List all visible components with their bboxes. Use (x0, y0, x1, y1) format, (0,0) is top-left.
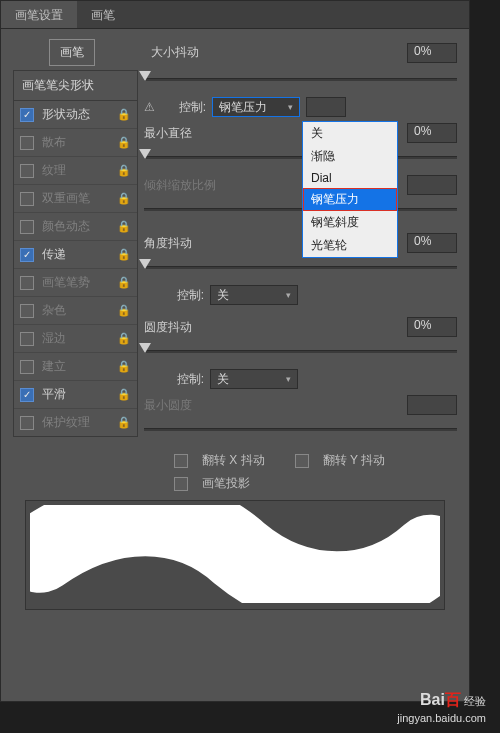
warning-icon: ⚠ (144, 100, 160, 114)
sidebar-item-noise[interactable]: 杂色🔒 (14, 297, 137, 325)
sidebar-item-wet-edges[interactable]: 湿边🔒 (14, 325, 137, 353)
dropdown-item-dial[interactable]: Dial (303, 168, 397, 188)
size-jitter-value[interactable]: 0% (407, 43, 457, 63)
lock-icon[interactable]: 🔒 (117, 164, 131, 177)
dropdown-item-off[interactable]: 关 (303, 122, 397, 145)
chevron-down-icon: ▾ (286, 290, 291, 300)
flip-x-checkbox[interactable] (174, 454, 188, 468)
angle-jitter-label: 角度抖动 (144, 235, 228, 252)
chevron-down-icon: ▾ (286, 374, 291, 384)
checkbox[interactable] (20, 136, 34, 150)
brush-preview (25, 500, 445, 610)
checkbox[interactable] (20, 388, 34, 402)
brush-tip-shape-header[interactable]: 画笔笔尖形状 (13, 70, 138, 100)
lock-icon[interactable]: 🔒 (117, 248, 131, 261)
angle-jitter-slider[interactable] (144, 258, 457, 278)
control-label: 控制: (164, 99, 206, 116)
control-extra-input[interactable] (306, 97, 346, 117)
lock-icon[interactable]: 🔒 (117, 220, 131, 233)
brush-preset-button[interactable]: 画笔 (49, 39, 95, 66)
min-roundness-value (407, 395, 457, 415)
control-select-1[interactable]: 钢笔压力▾ 关 渐隐 Dial 钢笔压力 钢笔斜度 光笔轮 (212, 97, 300, 117)
min-roundness-label: 最小圆度 (144, 397, 228, 414)
brush-projection-checkbox[interactable] (174, 477, 188, 491)
flip-y-checkbox[interactable] (295, 454, 309, 468)
roundness-jitter-slider[interactable] (144, 342, 457, 362)
roundness-jitter-value[interactable]: 0% (407, 317, 457, 337)
lock-icon[interactable]: 🔒 (117, 416, 131, 429)
chevron-down-icon: ▾ (288, 102, 293, 112)
sidebar-item-build-up[interactable]: 建立🔒 (14, 353, 137, 381)
lock-icon[interactable]: 🔒 (117, 276, 131, 289)
sidebar-list: 形状动态🔒 散布🔒 纹理🔒 双重画笔🔒 颜色动态🔒 传递🔒 画笔笔势🔒 杂色🔒 … (13, 100, 138, 437)
watermark: Bai百 经验 jingyan.baidu.com (397, 690, 486, 725)
sidebar-item-protect-texture[interactable]: 保护纹理🔒 (14, 409, 137, 436)
dropdown-item-stylus-wheel[interactable]: 光笔轮 (303, 234, 397, 257)
sidebar-item-smoothing[interactable]: 平滑🔒 (14, 381, 137, 409)
size-jitter-label: 大小抖动 (151, 44, 281, 61)
checkbox[interactable] (20, 164, 34, 178)
control-label-3: 控制: (162, 371, 204, 388)
lock-icon[interactable]: 🔒 (117, 108, 131, 121)
sidebar-item-texture[interactable]: 纹理🔒 (14, 157, 137, 185)
flip-y-label: 翻转 Y 抖动 (323, 452, 385, 469)
size-jitter-slider[interactable] (144, 70, 457, 90)
checkbox[interactable] (20, 248, 34, 262)
checkbox[interactable] (20, 360, 34, 374)
control-select-2[interactable]: 关▾ (210, 285, 298, 305)
checkbox[interactable] (20, 276, 34, 290)
dropdown-item-fade[interactable]: 渐隐 (303, 145, 397, 168)
dropdown-item-pen-tilt[interactable]: 钢笔斜度 (303, 211, 397, 234)
lock-icon[interactable]: 🔒 (117, 388, 131, 401)
min-diameter-value[interactable]: 0% (407, 123, 457, 143)
tab-brush-settings[interactable]: 画笔设置 (1, 1, 77, 28)
brush-projection-label: 画笔投影 (202, 475, 250, 492)
control-dropdown: 关 渐隐 Dial 钢笔压力 钢笔斜度 光笔轮 (302, 121, 398, 258)
sidebar-item-color-dynamics[interactable]: 颜色动态🔒 (14, 213, 137, 241)
sidebar-item-scattering[interactable]: 散布🔒 (14, 129, 137, 157)
checkbox[interactable] (20, 416, 34, 430)
tilt-scale-value (407, 175, 457, 195)
sidebar-item-transfer[interactable]: 传递🔒 (14, 241, 137, 269)
lock-icon[interactable]: 🔒 (117, 332, 131, 345)
control-label-2: 控制: (162, 287, 204, 304)
sidebar-item-dual-brush[interactable]: 双重画笔🔒 (14, 185, 137, 213)
min-diameter-label: 最小直径 (144, 125, 228, 142)
sidebar-item-brush-pose[interactable]: 画笔笔势🔒 (14, 269, 137, 297)
sidebar-item-shape-dynamics[interactable]: 形状动态🔒 (14, 101, 137, 129)
dropdown-item-pen-pressure[interactable]: 钢笔压力 (303, 188, 397, 211)
flip-x-label: 翻转 X 抖动 (202, 452, 265, 469)
angle-jitter-value[interactable]: 0% (407, 233, 457, 253)
lock-icon[interactable]: 🔒 (117, 360, 131, 373)
roundness-jitter-label: 圆度抖动 (144, 319, 228, 336)
tab-brushes[interactable]: 画笔 (77, 1, 129, 28)
checkbox[interactable] (20, 192, 34, 206)
min-diameter-slider[interactable] (144, 148, 457, 168)
lock-icon[interactable]: 🔒 (117, 192, 131, 205)
checkbox[interactable] (20, 220, 34, 234)
lock-icon[interactable]: 🔒 (117, 136, 131, 149)
tilt-scale-label: 倾斜缩放比例 (144, 177, 228, 194)
checkbox[interactable] (20, 332, 34, 346)
checkbox[interactable] (20, 108, 34, 122)
control-select-3[interactable]: 关▾ (210, 369, 298, 389)
lock-icon[interactable]: 🔒 (117, 304, 131, 317)
min-roundness-slider (144, 420, 457, 440)
tilt-scale-slider (144, 200, 457, 220)
checkbox[interactable] (20, 304, 34, 318)
